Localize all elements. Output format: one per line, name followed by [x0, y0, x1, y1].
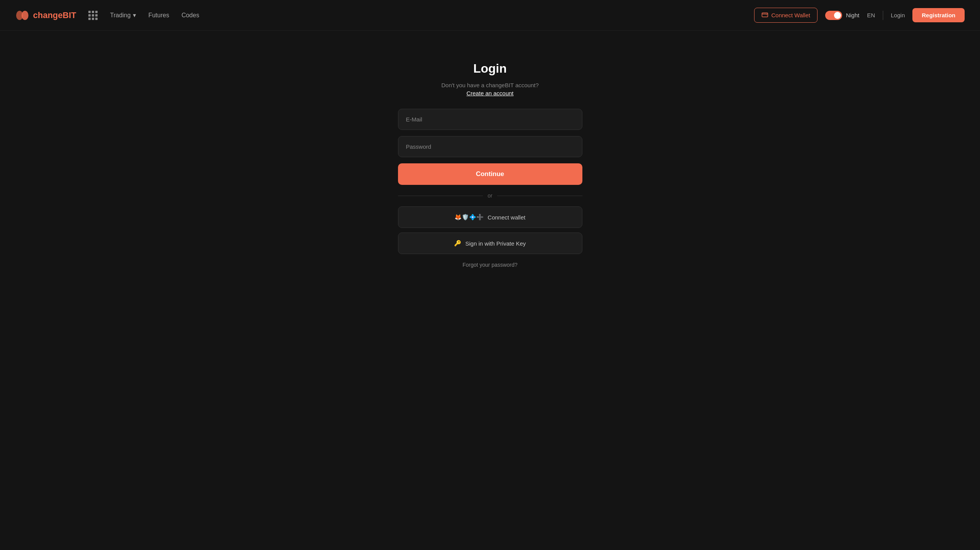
private-key-label: Sign in with Private Key — [465, 240, 526, 247]
connect-wallet-full-button[interactable]: 🦊🛡️💠➕ Connect wallet — [398, 206, 582, 228]
forgot-password-link[interactable]: Forgot your password? — [463, 262, 517, 268]
or-divider: or — [398, 193, 582, 199]
create-account-link[interactable]: Create an account — [466, 90, 514, 96]
grid-icon[interactable] — [88, 11, 98, 20]
svg-rect-2 — [762, 13, 768, 17]
login-card: Login Don't you have a changeBIT account… — [398, 61, 582, 268]
main-content: Login Don't you have a changeBIT account… — [0, 31, 980, 299]
key-icon: 🔑 — [454, 240, 461, 247]
nav-trading[interactable]: Trading ▾ — [110, 12, 136, 19]
svg-point-1 — [22, 11, 28, 20]
logo-icon — [15, 8, 29, 22]
navbar-right: Connect Wallet Night EN Login Registrati… — [754, 8, 965, 23]
or-text: or — [488, 193, 492, 199]
toggle-switch[interactable] — [825, 11, 842, 20]
wallet-icon — [761, 11, 768, 19]
connect-wallet-full-label: Connect wallet — [488, 214, 525, 221]
night-mode-toggle[interactable]: Night — [825, 11, 859, 20]
or-line-right — [497, 196, 582, 196]
chevron-down-icon: ▾ — [133, 12, 136, 19]
registration-button[interactable]: Registration — [912, 8, 965, 22]
toggle-knob — [834, 12, 841, 19]
nav-links: Trading ▾ Futures Codes — [110, 12, 199, 19]
login-nav-button[interactable]: Login — [891, 12, 905, 18]
email-input[interactable] — [398, 109, 582, 130]
connect-wallet-button[interactable]: Connect Wallet — [754, 8, 817, 23]
brand-name: changeBIT — [33, 10, 76, 20]
login-subtitle: Don't you have a changeBIT account? — [441, 82, 539, 88]
wallet-icons: 🦊🛡️💠➕ — [454, 214, 484, 221]
language-selector[interactable]: EN — [867, 12, 875, 18]
nav-codes[interactable]: Codes — [181, 12, 199, 19]
private-key-button[interactable]: 🔑 Sign in with Private Key — [398, 233, 582, 254]
password-form-group — [398, 136, 582, 157]
night-label: Night — [846, 12, 859, 18]
nav-divider — [883, 11, 883, 20]
email-form-group — [398, 109, 582, 130]
or-line-left — [398, 196, 483, 196]
navbar-left: changeBIT Trading ▾ Futures Codes — [15, 8, 199, 22]
continue-button[interactable]: Continue — [398, 163, 582, 185]
logo[interactable]: changeBIT — [15, 8, 76, 22]
login-title: Login — [473, 61, 507, 76]
navbar: changeBIT Trading ▾ Futures Codes — [0, 0, 980, 31]
password-input[interactable] — [398, 136, 582, 157]
nav-futures[interactable]: Futures — [148, 12, 169, 19]
